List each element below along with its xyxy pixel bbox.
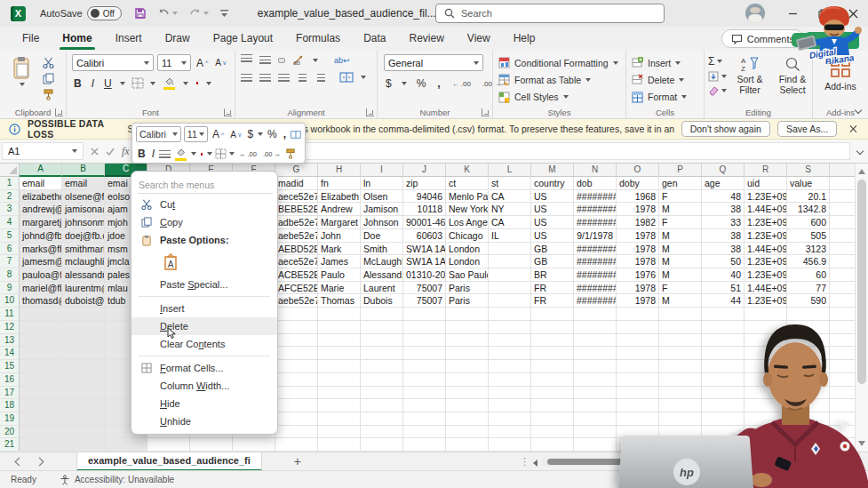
- cell-M1[interactable]: country: [531, 177, 574, 190]
- delete-cells-button[interactable]: Delete: [632, 72, 687, 87]
- cell-N1[interactable]: dob: [574, 177, 617, 190]
- cell-B8[interactable]: alessandr: [62, 268, 105, 282]
- cell-J16[interactable]: [403, 373, 446, 387]
- column-header-m[interactable]: M: [531, 164, 574, 177]
- cell-L4[interactable]: CA: [489, 216, 531, 229]
- cell-Q1[interactable]: age: [702, 177, 745, 190]
- cell-I11[interactable]: [361, 308, 403, 321]
- cell-B2[interactable]: olsene@fb: [62, 190, 105, 204]
- mini-font-size-select[interactable]: 11: [184, 126, 208, 142]
- excel-app-icon[interactable]: X: [11, 6, 26, 21]
- cell-L1[interactable]: st: [489, 177, 531, 190]
- cell-H14[interactable]: [318, 347, 361, 360]
- expand-formula-bar-icon[interactable]: [856, 148, 864, 155]
- row-header-16[interactable]: 16: [0, 373, 20, 387]
- column-header-r[interactable]: R: [745, 164, 787, 177]
- cell-K20[interactable]: [446, 426, 489, 439]
- format-painter-icon[interactable]: [43, 89, 54, 100]
- cell-L6[interactable]: [489, 243, 531, 256]
- cell-Q10[interactable]: 44: [702, 294, 745, 308]
- cell-K4[interactable]: Los Angele: [446, 216, 489, 229]
- italic-button[interactable]: I: [90, 76, 96, 91]
- conditional-formatting-button[interactable]: Conditional Formatting: [498, 55, 618, 70]
- cut-icon[interactable]: [43, 57, 55, 68]
- cell-H7[interactable]: James: [318, 255, 361, 268]
- ribbon-tab-file[interactable]: File: [11, 27, 51, 51]
- cell-B18[interactable]: [62, 399, 105, 412]
- cell-Q5[interactable]: 38: [702, 229, 745, 243]
- cell-H3[interactable]: Andrew: [318, 203, 361, 216]
- mini-font-name-select[interactable]: Calibri: [136, 126, 181, 142]
- cell-J9[interactable]: 75007: [403, 282, 446, 295]
- cell-M4[interactable]: US: [531, 216, 574, 229]
- mini-bold-button[interactable]: B: [136, 147, 147, 161]
- cell-G5[interactable]: aebe52e7-: [275, 229, 318, 243]
- increase-decimal-button[interactable]: ←.00: [450, 79, 473, 89]
- autosave-switch[interactable]: Off: [87, 6, 122, 20]
- cell-M2[interactable]: US: [531, 190, 574, 204]
- cell-O2[interactable]: 1968: [617, 190, 659, 204]
- cell-J6[interactable]: SW1A 1AA: [403, 243, 446, 256]
- menu-item-column-width[interactable]: Column Width...: [131, 377, 277, 395]
- align-bottom-button[interactable]: [278, 58, 285, 63]
- status-accessibility[interactable]: Accessibility: Unavailable: [75, 475, 174, 484]
- column-header-k[interactable]: K: [446, 164, 489, 177]
- cell-G7[interactable]: aece52e7-: [275, 255, 318, 268]
- cell-M7[interactable]: GB: [531, 255, 574, 268]
- cell-J19[interactable]: [403, 412, 446, 426]
- row-header-19[interactable]: 19: [0, 412, 20, 426]
- cell-R9[interactable]: 1.44E+09: [745, 282, 787, 295]
- cell-J2[interactable]: 94046: [403, 190, 446, 204]
- cell-N8[interactable]: ########: [574, 268, 617, 282]
- cell-J4[interactable]: 90001-465: [403, 216, 446, 229]
- cell-L11[interactable]: [489, 308, 531, 321]
- cell-P3[interactable]: M: [659, 203, 702, 216]
- cell-C21[interactable]: [105, 438, 147, 452]
- cell-Q8[interactable]: 40: [702, 268, 745, 282]
- cell-N9[interactable]: ########: [574, 282, 617, 295]
- cell-J11[interactable]: [403, 308, 446, 321]
- comma-style-button[interactable]: ,: [435, 76, 442, 91]
- cancel-entry-icon[interactable]: [91, 148, 99, 156]
- cell-A18[interactable]: [20, 399, 62, 412]
- name-box[interactable]: A1: [2, 142, 84, 160]
- confirm-entry-icon[interactable]: [106, 148, 115, 156]
- column-header-a[interactable]: A: [20, 164, 62, 177]
- align-right-icon[interactable]: [278, 74, 290, 82]
- cell-J7[interactable]: SW1A 1AA: [403, 255, 446, 268]
- cell-B12[interactable]: [62, 321, 105, 334]
- mini-format-painter-icon[interactable]: [285, 148, 296, 159]
- row-header-5[interactable]: 5: [0, 229, 20, 243]
- cell-P8[interactable]: M: [659, 268, 702, 282]
- cell-A4[interactable]: margaretj: [20, 216, 62, 229]
- menu-item-paste-options[interactable]: Paste Options:: [131, 231, 277, 249]
- cell-K6[interactable]: London: [446, 243, 489, 256]
- mini-fill-color-button[interactable]: [173, 147, 188, 162]
- cell-N4[interactable]: ########: [574, 216, 617, 229]
- scroll-up-icon[interactable]: [858, 169, 865, 174]
- cell-B5[interactable]: doej@fb.c: [62, 229, 105, 243]
- mini-decrease-decimal-button[interactable]: .00→: [261, 149, 283, 159]
- cell-G11[interactable]: [275, 308, 318, 321]
- cell-R6[interactable]: 1.44E+09: [745, 243, 787, 256]
- cell-O4[interactable]: 1982: [617, 216, 659, 229]
- cell-G19[interactable]: [275, 412, 318, 426]
- cell-G9[interactable]: AFCE52E7: [275, 282, 318, 295]
- cell-L17[interactable]: [489, 387, 531, 400]
- cell-Q6[interactable]: 38: [702, 243, 745, 256]
- cell-R5[interactable]: 1.23E+09: [745, 229, 787, 243]
- cell-K16[interactable]: [446, 373, 489, 387]
- borders-caret-icon[interactable]: [150, 82, 155, 85]
- cell-O6[interactable]: 1978: [617, 243, 659, 256]
- mini-increase-font-button[interactable]: A^: [211, 127, 226, 141]
- cell-G10[interactable]: aebe52e7-: [275, 294, 318, 308]
- row-header-13[interactable]: 13: [0, 334, 20, 348]
- cell-H15[interactable]: [318, 360, 361, 373]
- cell-A6[interactable]: marks@fb: [20, 243, 62, 256]
- dont-show-again-button[interactable]: Don't show again: [681, 121, 770, 137]
- cell-L21[interactable]: [489, 438, 531, 452]
- fill-color-caret-icon[interactable]: [183, 82, 188, 85]
- cell-I2[interactable]: Olsen: [361, 190, 403, 204]
- cell-L10[interactable]: [489, 294, 531, 308]
- dismiss-warning-icon[interactable]: [849, 124, 857, 133]
